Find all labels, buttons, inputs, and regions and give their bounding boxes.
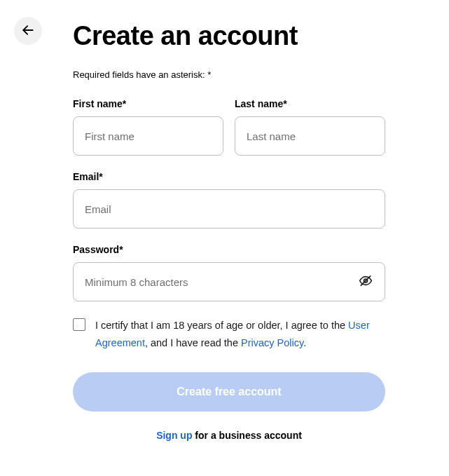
toggle-password-visibility-button[interactable] — [356, 271, 375, 293]
consent-text: I certify that I am 18 years of age or o… — [95, 317, 385, 351]
footer-rest: for a business account — [192, 430, 301, 441]
page-title: Create an account — [73, 21, 385, 51]
create-account-button[interactable]: Create free account — [73, 372, 385, 412]
signup-business-link[interactable]: Sign up — [156, 430, 192, 441]
last-name-label: Last name* — [235, 98, 385, 109]
password-input[interactable] — [73, 262, 385, 301]
first-name-label: First name* — [73, 98, 223, 109]
first-name-input[interactable] — [73, 116, 223, 156]
email-label: Email* — [73, 171, 385, 182]
footer-text: Sign up for a business account — [73, 430, 385, 441]
arrow-left-icon — [21, 23, 35, 39]
eye-off-icon — [359, 274, 373, 290]
consent-part1: I certify that I am 18 years of age or o… — [95, 320, 348, 331]
password-label: Password* — [73, 244, 385, 255]
back-button[interactable] — [14, 17, 42, 45]
consent-part3: . — [303, 337, 306, 348]
email-input[interactable] — [73, 189, 385, 229]
required-note: Required fields have an asterisk: * — [73, 69, 385, 80]
privacy-policy-link[interactable]: Privacy Policy — [241, 337, 303, 348]
last-name-input[interactable] — [235, 116, 385, 156]
consent-checkbox[interactable] — [73, 318, 85, 331]
consent-part2: , and I have read the — [145, 337, 241, 348]
